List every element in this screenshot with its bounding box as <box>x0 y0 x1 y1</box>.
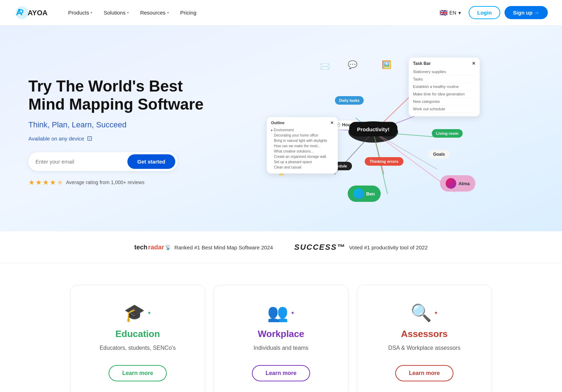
photo-icon: 🖼️ <box>382 60 391 70</box>
language-label: EN <box>450 10 456 16</box>
goals-label: Goals <box>433 152 445 157</box>
techradar-logo: techradar📡 <box>134 244 171 251</box>
ben-label: Ben <box>366 191 375 197</box>
outline-item-solutions: What creative solutions... <box>271 149 334 154</box>
avatar-alma <box>446 178 456 189</box>
hero-left: Try The World's Best Mind Mapping Softwa… <box>28 77 213 187</box>
workplace-card-title: Workplace <box>258 328 304 339</box>
education-card-title: Education <box>115 328 160 339</box>
education-learn-more-button[interactable]: Learn more <box>109 365 166 381</box>
education-icon-area: 🎓 ✦ <box>124 303 151 323</box>
star-half: ★ <box>57 178 63 187</box>
outline-item-storage: Create an organised storage wall. <box>271 154 334 159</box>
assessors-card-title: Assessors <box>401 328 448 339</box>
nav-resources-label: Resources <box>140 10 166 16</box>
nav-solutions[interactable]: Solutions ▾ <box>104 10 129 16</box>
language-selector[interactable]: 🇬🇧 EN ▾ <box>436 7 464 19</box>
rating-text: Average rating from 1,000+ reviews <box>66 180 144 185</box>
outline-item-most: How can we make the most... <box>271 143 334 149</box>
chevron-down-icon: ▾ <box>167 11 169 15</box>
outline-title-text: Outline <box>271 121 285 125</box>
nav-products[interactable]: Products ▾ <box>68 10 92 16</box>
sparkle-icon: ✦ <box>147 310 151 316</box>
signup-label: Sign up → <box>513 10 539 16</box>
chevron-down-icon: ▾ <box>458 10 461 16</box>
sidebar-item-tasks: Tasks <box>413 76 475 83</box>
sidebar-item-healthy: Establish a healthy routine <box>413 83 475 90</box>
sidebar-item-categories: New categories <box>413 98 475 105</box>
signup-button[interactable]: Sign up → <box>505 6 548 19</box>
sidebar-item-ideas: Make time for idea generation <box>413 90 475 98</box>
outline-item-pleasant: Set up a pleasant space <box>271 159 334 165</box>
star-2: ★ <box>35 178 42 187</box>
workplace-learn-more-button[interactable]: Learn more <box>252 365 310 381</box>
outline-item-dec: Decorating your home office <box>271 133 334 138</box>
device-icon: ⊡ <box>87 134 92 142</box>
mindmap-node-alma: Alma <box>440 175 475 192</box>
daily-tasks-label: Daily tasks <box>339 98 359 103</box>
workplace-card-desc: Individuals and teams <box>254 344 309 352</box>
hero-subtitle: Think, Plan, Learn, Succeed <box>28 120 213 129</box>
star-1: ★ <box>28 178 35 187</box>
assessors-icon: 🔍 <box>411 303 432 323</box>
workplace-icon: 👥 <box>267 303 288 323</box>
device-text: Available on any device <box>28 136 84 142</box>
workplace-icon-area: 👥 ✦ <box>267 303 295 323</box>
outline-item-light: Bring in natural light with skylights <box>271 138 334 143</box>
outline-close-icon: ✕ <box>330 121 334 125</box>
star-4: ★ <box>50 178 56 187</box>
login-button[interactable]: Login <box>469 6 500 19</box>
badges-section: techradar📡 Ranked #1 Best Mind Map Softw… <box>0 231 562 264</box>
mindmap-center: Productivity! <box>349 122 397 136</box>
logo[interactable]: A AYOA <box>14 5 57 21</box>
nav-products-label: Products <box>68 10 89 16</box>
star-3: ★ <box>43 178 49 187</box>
email-input[interactable] <box>35 154 127 169</box>
assessors-card-desc: DSA & Workplace assessors <box>388 344 460 352</box>
hero-right: Productivity! Ionie Charlie Environment … <box>213 47 534 217</box>
nav-solutions-label: Solutions <box>104 10 126 16</box>
living-room-label: Living room <box>436 131 458 136</box>
chevron-down-icon: ▾ <box>90 11 92 15</box>
sidebar-title-text: Task Bar <box>413 61 431 66</box>
svg-text:AYOA: AYOA <box>28 9 48 17</box>
flag-icon: 🇬🇧 <box>440 9 447 17</box>
card-assessors: 🔍 ✦ Assessors DSA & Workplace assessors … <box>357 285 492 392</box>
techradar-text: Ranked #1 Best Mind Map Software 2024 <box>175 244 273 250</box>
star-rating: ★ ★ ★ ★ ★ <box>28 178 63 187</box>
chevron-down-icon: ▾ <box>127 11 129 15</box>
mindmap-node-thinking-errors: Thinking errors <box>365 157 403 166</box>
mindmap-sidebar-panel: Task Bar ✕ Stationery supplies Tasks Est… <box>409 57 480 116</box>
svg-point-3 <box>20 10 22 12</box>
nav-pricing-label: Pricing <box>180 10 197 16</box>
navbar: A AYOA Products ▾ Solutions ▾ Resources … <box>0 0 562 26</box>
assessors-icon-area: 🔍 ✦ <box>411 303 438 323</box>
nav-links: Products ▾ Solutions ▾ Resources ▾ Prici… <box>68 10 436 16</box>
sparkle-icon: ✦ <box>434 310 438 316</box>
nav-right: 🇬🇧 EN ▾ Login Sign up → <box>436 6 548 19</box>
nav-pricing[interactable]: Pricing <box>180 10 197 16</box>
sidebar-item-workout: Work out schedule <box>413 105 475 113</box>
education-icon: 🎓 <box>124 303 145 323</box>
hero-title: Try The World's Best Mind Mapping Softwa… <box>28 77 213 113</box>
avatar-ben <box>353 188 364 199</box>
sparkle-icon: ✦ <box>291 310 295 316</box>
card-workplace: 👥 ✦ Workplace Individuals and teams Lear… <box>214 285 348 392</box>
mindmap-node-daily-tasks: Daily tasks <box>335 96 364 105</box>
success-text: Voted #1 productivity tool of 2022 <box>349 244 428 250</box>
mindmap-node-living-room: Living room <box>432 129 463 138</box>
rating-row: ★ ★ ★ ★ ★ Average rating from 1,000+ rev… <box>28 178 213 187</box>
card-education: 🎓 ✦ Education Educators, students, SENCo… <box>70 285 205 392</box>
assessors-learn-more-button[interactable]: Learn more <box>395 365 453 381</box>
email-form: Get started <box>28 152 177 171</box>
get-started-button[interactable]: Get started <box>127 154 175 169</box>
mindmap-node-ben: Ben <box>348 186 381 202</box>
education-card-desc: Educators, students, SENCo's <box>100 344 176 352</box>
outline-item-clean: Clean and casual <box>271 165 334 170</box>
success-logo: SUCCESS™ <box>294 243 345 252</box>
cards-section: 🎓 ✦ Education Educators, students, SENCo… <box>0 264 562 392</box>
hero-section: Try The World's Best Mind Mapping Softwa… <box>0 26 562 231</box>
nav-resources[interactable]: Resources ▾ <box>140 10 169 16</box>
badge-success: SUCCESS™ Voted #1 productivity tool of 2… <box>294 243 428 252</box>
mindmap: Productivity! Ionie Charlie Environment … <box>267 57 480 206</box>
